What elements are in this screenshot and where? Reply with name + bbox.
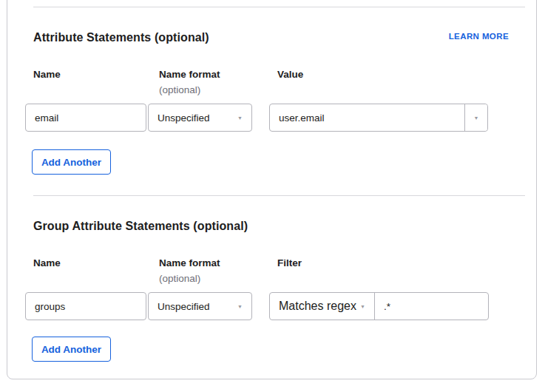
- filter-type-dropdown[interactable]: Matches regex ▼: [270, 293, 375, 320]
- column-header-name: Name: [33, 257, 61, 268]
- section-divider-top: [33, 7, 525, 7]
- add-another-attribute-button[interactable]: Add Another: [32, 149, 111, 175]
- chevron-down-icon: ▼: [237, 115, 243, 121]
- attribute-name-input[interactable]: [26, 104, 146, 131]
- attribute-name-field: [25, 104, 146, 132]
- filter-value-input[interactable]: [375, 293, 488, 320]
- group-attribute-name-format-value: Unspecified: [158, 301, 210, 312]
- group-attribute-name-field: [25, 292, 146, 320]
- name-format-optional-hint: (optional): [159, 84, 200, 95]
- name-format-optional-hint: (optional): [159, 273, 200, 284]
- chevron-down-icon: ▼: [360, 304, 365, 309]
- column-header-value: Value: [277, 69, 303, 80]
- attribute-statements-card: Attribute Statements (optional) LEARN MO…: [7, 0, 537, 379]
- group-attribute-name-input[interactable]: [26, 293, 146, 320]
- attribute-value-dropdown-toggle[interactable]: ▼: [464, 104, 487, 131]
- attribute-statements-title: Attribute Statements (optional): [33, 31, 209, 44]
- column-header-name: Name: [33, 69, 61, 80]
- group-attribute-statements-title: Group Attribute Statements (optional): [33, 220, 248, 233]
- chevron-down-icon: ▼: [474, 115, 479, 121]
- learn-more-link[interactable]: LEARN MORE: [449, 32, 509, 41]
- attribute-name-format-dropdown[interactable]: Unspecified ▼: [148, 104, 252, 132]
- group-attribute-filter-field: Matches regex ▼: [269, 292, 489, 320]
- filter-type-value: Matches regex: [279, 300, 356, 313]
- chevron-down-icon: ▼: [237, 304, 243, 309]
- attribute-value-field: ▼: [269, 104, 488, 132]
- section-divider-middle: [33, 195, 525, 196]
- column-header-name-format: Name format: [159, 257, 220, 268]
- group-attribute-name-format-dropdown[interactable]: Unspecified ▼: [148, 292, 252, 320]
- saml-settings-screen: Attribute Statements (optional) LEARN MO…: [0, 0, 545, 392]
- column-header-filter: Filter: [277, 257, 302, 268]
- attribute-value-input[interactable]: [270, 104, 464, 131]
- attribute-name-format-value: Unspecified: [158, 112, 210, 124]
- add-another-group-attribute-button[interactable]: Add Another: [32, 337, 111, 362]
- column-header-name-format: Name format: [159, 69, 220, 80]
